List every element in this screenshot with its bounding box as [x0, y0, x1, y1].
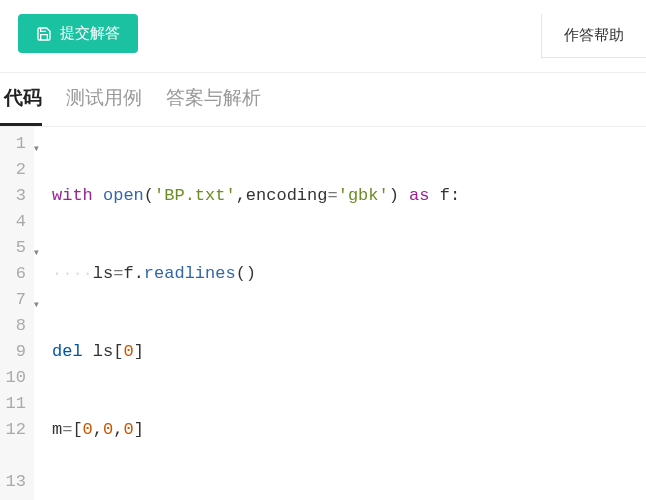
save-icon: [36, 26, 52, 42]
tab-answer[interactable]: 答案与解析: [166, 73, 261, 126]
submit-label: 提交解答: [60, 24, 120, 43]
tabs: 代码 测试用例 答案与解析: [0, 72, 646, 127]
submit-button[interactable]: 提交解答: [18, 14, 138, 53]
code-line: with open('BP.txt',encoding='gbk') as f:: [52, 183, 646, 209]
help-label: 作答帮助: [564, 26, 624, 43]
code-editor[interactable]: 1▾ 2 3 4 5▾ 6 7▾ 8 9 10 11 12 13 14 with…: [0, 127, 646, 500]
code-line: ····ls=f.readlines(): [52, 261, 646, 287]
code-area[interactable]: with open('BP.txt',encoding='gbk') as f:…: [34, 127, 646, 500]
header: 提交解答 作答帮助: [0, 0, 646, 72]
tab-code[interactable]: 代码: [0, 73, 42, 126]
code-line: m=[0,0,0]: [52, 417, 646, 443]
help-button[interactable]: 作答帮助: [541, 14, 646, 58]
tab-tests[interactable]: 测试用例: [66, 73, 142, 126]
gutter: 1▾ 2 3 4 5▾ 6 7▾ 8 9 10 11 12 13 14: [0, 127, 34, 500]
code-line: del ls[0]: [52, 339, 646, 365]
code-line: for s in ls:: [52, 495, 646, 500]
